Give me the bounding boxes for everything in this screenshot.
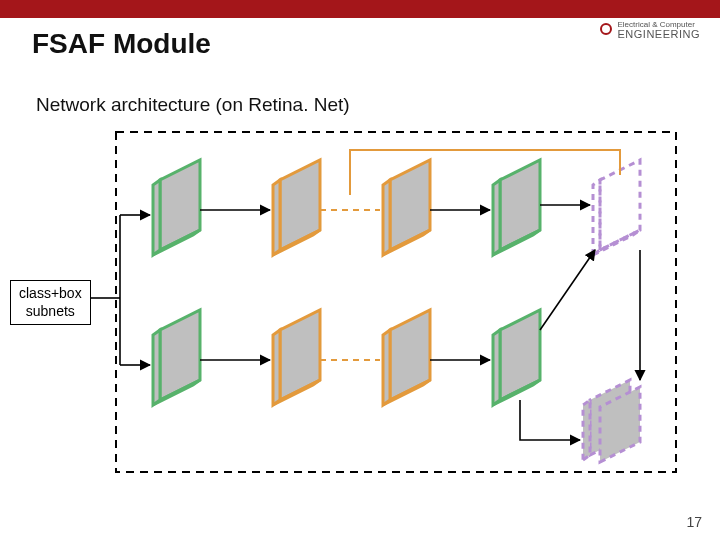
subnet-label-line2: subnets bbox=[26, 303, 75, 319]
svg-marker-24 bbox=[383, 330, 390, 405]
svg-marker-4 bbox=[280, 160, 320, 250]
arrow-to-bottom-purple bbox=[520, 400, 580, 440]
top-output-block bbox=[493, 160, 540, 255]
bottom-output-block bbox=[493, 310, 540, 405]
svg-marker-6 bbox=[273, 180, 280, 255]
svg-line-41 bbox=[540, 250, 595, 330]
architecture-diagram bbox=[0, 0, 720, 540]
subnet-label-line1: class+box bbox=[19, 285, 82, 301]
svg-marker-16 bbox=[160, 310, 200, 400]
svg-marker-19 bbox=[280, 310, 320, 400]
subnet-label: class+box subnets bbox=[10, 280, 91, 325]
top-conv-block-1 bbox=[273, 160, 320, 255]
svg-marker-18 bbox=[153, 330, 160, 405]
bottom-input-block bbox=[153, 310, 200, 405]
top-input-block bbox=[153, 160, 200, 255]
svg-marker-22 bbox=[390, 310, 430, 400]
svg-marker-12 bbox=[493, 180, 500, 255]
bottom-conv-block-2 bbox=[383, 310, 430, 405]
svg-marker-30 bbox=[583, 400, 590, 460]
svg-marker-21 bbox=[273, 330, 280, 405]
svg-marker-1 bbox=[160, 160, 200, 250]
svg-marker-10 bbox=[500, 160, 540, 250]
bottom-purple-head-cluster bbox=[583, 380, 640, 462]
svg-marker-3 bbox=[153, 180, 160, 255]
top-purple-head bbox=[593, 160, 640, 255]
svg-marker-7 bbox=[390, 160, 430, 250]
svg-marker-9 bbox=[383, 180, 390, 255]
bottom-conv-block-1 bbox=[273, 310, 320, 405]
svg-marker-25 bbox=[500, 310, 540, 400]
svg-marker-27 bbox=[493, 330, 500, 405]
top-conv-block-2 bbox=[383, 160, 430, 255]
